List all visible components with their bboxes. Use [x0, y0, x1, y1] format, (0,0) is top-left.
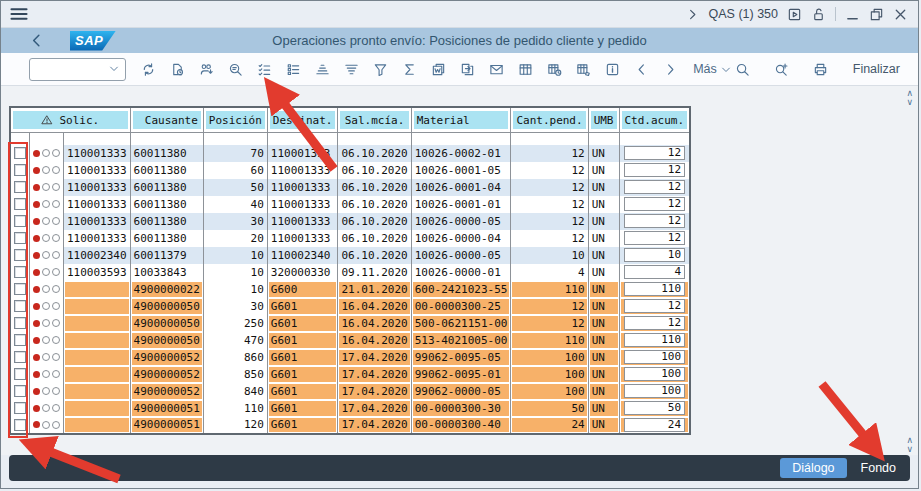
ctd-acum-input[interactable]: 50 — [624, 401, 686, 415]
ctd-acum-input[interactable]: 12 — [624, 214, 686, 228]
cell-umb[interactable]: UN — [588, 196, 619, 213]
cell-solic[interactable] — [64, 383, 131, 400]
ctd-acum-input[interactable]: 24 — [624, 418, 686, 432]
cell-destinat[interactable]: 110001333 — [267, 162, 338, 179]
column-header-causante[interactable]: Causante — [130, 107, 203, 133]
table-row[interactable]: 110003593100338431032000033009.11.202010… — [10, 264, 690, 281]
cell-posicion[interactable]: 60 — [203, 162, 267, 179]
cell-salida[interactable]: 06.10.2020 — [338, 179, 411, 196]
row-checkbox[interactable] — [14, 215, 26, 227]
cell-destinat[interactable]: G601 — [267, 315, 338, 332]
ctd-acum-input[interactable]: 110 — [624, 333, 686, 347]
cell-salida[interactable]: 17.04.2020 — [338, 383, 411, 400]
row-checkbox[interactable] — [14, 164, 26, 176]
cell-posicion[interactable]: 860 — [203, 349, 267, 366]
table-row[interactable]: 490000002210G60021.01.2020600-2421023-55… — [10, 281, 690, 298]
cell-cant-pend[interactable]: 110 — [511, 332, 588, 349]
scrollbar-up-down-top[interactable]: ∧∨ — [906, 89, 913, 106]
scrollbar-up-down-bottom[interactable]: ∧∨ — [906, 436, 913, 453]
cell-salida[interactable]: 09.11.2020 — [338, 264, 411, 281]
mas-button[interactable]: Más — [693, 62, 732, 76]
cell-destinat[interactable]: G601 — [267, 366, 338, 383]
cell-solic[interactable]: 110001333 — [64, 179, 131, 196]
row-checkbox[interactable] — [14, 402, 26, 414]
refresh-button[interactable] — [138, 59, 159, 80]
cell-umb[interactable]: UN — [588, 179, 619, 196]
cell-solic[interactable]: 110001333 — [64, 162, 131, 179]
ctd-acum-input[interactable]: 100 — [624, 350, 686, 364]
cell-destinat[interactable]: 110001333 — [267, 179, 338, 196]
column-header-cant[interactable]: Cant.pend. — [511, 107, 588, 133]
cell-salida[interactable]: 21.01.2020 — [338, 281, 411, 298]
ctd-acum-input[interactable]: 10 — [624, 248, 686, 262]
table-row[interactable]: 4900000052850G60117.04.202099062-0095-01… — [10, 366, 690, 383]
close-icon[interactable] — [893, 7, 908, 22]
column-header-salida[interactable]: Sal.mcía. — [338, 107, 411, 133]
table-row[interactable]: 4900000051110G60117.04.202000-0000300-30… — [10, 400, 690, 417]
search-button[interactable] — [732, 59, 753, 80]
cell-posicion[interactable]: 50 — [203, 179, 267, 196]
cell-posicion[interactable]: 20 — [203, 230, 267, 247]
cell-salida[interactable]: 06.10.2020 — [338, 213, 411, 230]
cell-material[interactable]: 600-2421023-55 — [411, 281, 511, 298]
cell-causante[interactable]: 60011380 — [130, 145, 203, 162]
cell-posicion[interactable]: 840 — [203, 383, 267, 400]
cell-solic[interactable]: 110001333 — [64, 230, 131, 247]
cell-destinat[interactable]: 320000330 — [267, 264, 338, 281]
table-row[interactable]: 110001333600113804011000133306.10.202010… — [10, 196, 690, 213]
cell-posicion[interactable]: 70 — [203, 145, 267, 162]
cell-posicion[interactable]: 40 — [203, 196, 267, 213]
cell-destinat[interactable]: 110002340 — [267, 247, 338, 264]
cell-umb[interactable]: UN — [588, 281, 619, 298]
table-row[interactable]: 4900000051120G60117.04.202000-0000300-40… — [10, 417, 690, 434]
cell-salida[interactable]: 17.04.2020 — [338, 349, 411, 366]
row-checkbox[interactable] — [14, 419, 26, 431]
cell-cant-pend[interactable]: 12 — [511, 315, 588, 332]
cell-umb[interactable]: UN — [588, 366, 619, 383]
filter-button[interactable] — [370, 59, 391, 80]
item-list-button[interactable] — [283, 59, 304, 80]
column-header-umb[interactable]: UMB — [588, 107, 619, 133]
cell-solic[interactable] — [64, 417, 131, 434]
sort-descending-button[interactable] — [341, 59, 362, 80]
cell-cant-pend[interactable]: 12 — [511, 196, 588, 213]
cell-salida[interactable]: 16.04.2020 — [338, 298, 411, 315]
info-button[interactable] — [602, 59, 623, 80]
cell-salida[interactable]: 17.04.2020 — [338, 400, 411, 417]
cell-causante[interactable]: 60011380 — [130, 179, 203, 196]
cell-causante[interactable]: 4900000052 — [130, 383, 203, 400]
cell-solic[interactable] — [64, 332, 131, 349]
ctd-acum-input[interactable]: 12 — [624, 231, 686, 245]
row-checkbox[interactable] — [14, 232, 26, 244]
cell-causante[interactable]: 4900000050 — [130, 315, 203, 332]
cell-causante[interactable]: 4900000052 — [130, 349, 203, 366]
users-transfer-button[interactable] — [196, 59, 217, 80]
scroll-down-icon[interactable]: ∨ — [906, 445, 913, 453]
cell-umb[interactable]: UN — [588, 400, 619, 417]
table-row[interactable]: 4900000050250G60116.04.2020500-0621151-0… — [10, 315, 690, 332]
cell-solic[interactable] — [64, 298, 131, 315]
cell-causante[interactable]: 60011379 — [130, 247, 203, 264]
cell-material[interactable]: 10026-0000-05 — [411, 213, 511, 230]
checklist-button[interactable] — [254, 59, 275, 80]
table-row[interactable]: 110001333600113807011000133306.10.202010… — [10, 145, 690, 162]
cell-destinat[interactable]: G601 — [267, 298, 338, 315]
cell-material[interactable]: 00-0000300-30 — [411, 400, 511, 417]
cell-posicion[interactable]: 850 — [203, 366, 267, 383]
cell-salida[interactable]: 16.04.2020 — [338, 315, 411, 332]
cell-material[interactable]: 10026-0001-04 — [411, 179, 511, 196]
cell-causante[interactable]: 4900000051 — [130, 417, 203, 434]
row-checkbox[interactable] — [14, 283, 26, 295]
cell-posicion[interactable]: 30 — [203, 213, 267, 230]
cell-umb[interactable]: UN — [588, 383, 619, 400]
grid-edit-button[interactable] — [573, 59, 594, 80]
cell-posicion[interactable]: 110 — [203, 400, 267, 417]
grid-button[interactable] — [515, 59, 536, 80]
cell-solic[interactable]: 110002340 — [64, 247, 131, 264]
column-header-posicion[interactable]: Posición — [203, 107, 267, 133]
row-checkbox[interactable] — [14, 147, 26, 159]
cell-solic[interactable] — [64, 281, 131, 298]
table-row[interactable]: 110001333600113803011000133306.10.202010… — [10, 213, 690, 230]
cell-cant-pend[interactable]: 12 — [511, 213, 588, 230]
grid-clock-button[interactable] — [544, 59, 565, 80]
